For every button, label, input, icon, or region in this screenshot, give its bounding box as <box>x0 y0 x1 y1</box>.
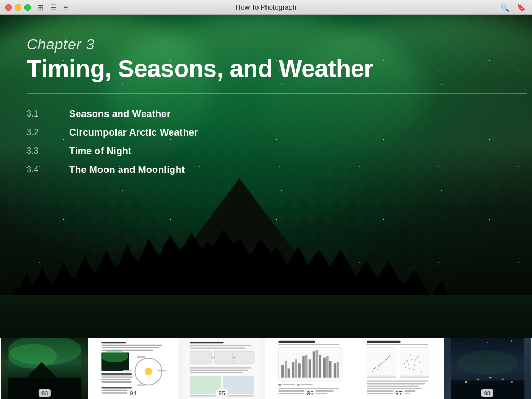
toc-item-2[interactable]: 3.2 Circumpolar Arctic Weather <box>27 127 505 138</box>
list-icon[interactable]: ☰ <box>50 3 57 12</box>
svg-rect-20 <box>102 379 131 380</box>
svg-rect-52 <box>305 355 308 378</box>
svg-rect-71 <box>367 341 401 343</box>
svg-rect-22 <box>102 387 132 388</box>
svg-point-82 <box>373 368 375 369</box>
svg-rect-31 <box>233 351 254 363</box>
svg-rect-66 <box>301 384 313 385</box>
svg-point-84 <box>381 363 382 364</box>
svg-rect-21 <box>102 381 132 383</box>
svg-rect-27 <box>190 345 251 346</box>
svg-rect-65 <box>297 384 300 385</box>
svg-rect-19 <box>102 376 134 377</box>
svg-rect-104 <box>400 376 429 377</box>
svg-rect-7 <box>102 345 163 346</box>
svg-rect-56 <box>319 355 321 378</box>
toc-title-4: The Moon and Moonlight <box>69 164 185 176</box>
svg-point-85 <box>384 361 385 362</box>
page-num-97: 97 <box>393 389 404 397</box>
toc-number-3: 3.3 <box>27 146 43 156</box>
svg-point-115 <box>499 345 500 345</box>
svg-point-95 <box>419 362 420 363</box>
svg-point-121 <box>502 378 503 380</box>
toc-title-2: Circumpolar Arctic Weather <box>69 127 198 138</box>
svg-rect-49 <box>295 359 297 378</box>
svg-point-81 <box>389 355 390 356</box>
thumbnail-96[interactable]: 96 <box>267 338 355 399</box>
svg-point-116 <box>511 340 512 342</box>
svg-rect-28 <box>190 347 245 348</box>
toc-item-3[interactable]: 3.3 Time of Night <box>27 146 505 157</box>
svg-point-78 <box>382 362 383 363</box>
page-num-95: 95 <box>216 389 228 397</box>
svg-point-76 <box>377 369 378 370</box>
toc-title-1: Seasons and Weather <box>69 109 171 120</box>
svg-rect-53 <box>309 359 311 378</box>
titlebar: ⊞ ☰ ≡ How To Photograph 🔍 🔖 <box>0 0 532 15</box>
svg-rect-58 <box>326 356 329 378</box>
svg-rect-17 <box>157 370 166 371</box>
svg-rect-109 <box>367 390 416 392</box>
toc-title-3: Time of Night <box>69 146 131 157</box>
svg-rect-26 <box>190 342 223 343</box>
toc-item-4[interactable]: 3.4 The Moon and Moonlight <box>27 164 505 176</box>
svg-rect-55 <box>315 350 318 378</box>
svg-point-2 <box>8 344 57 369</box>
thumbnail-98[interactable]: 98 <box>444 338 532 399</box>
bookmark-icon[interactable]: 🔖 <box>517 3 526 12</box>
thumbnail-93[interactable]: 93 <box>0 338 89 399</box>
svg-rect-69 <box>278 393 327 394</box>
main-content: Chapter 3 Timing, Seasons, and Weather 3… <box>0 15 532 399</box>
svg-point-89 <box>404 363 405 364</box>
svg-rect-50 <box>298 363 301 377</box>
page-num-96: 96 <box>304 389 316 397</box>
thumbnail-95[interactable]: 95 <box>178 338 267 399</box>
svg-point-74 <box>372 371 373 372</box>
svg-rect-16 <box>123 370 132 371</box>
svg-point-122 <box>511 381 512 383</box>
toc-number-1: 3.1 <box>27 109 43 119</box>
hero-section: Chapter 3 Timing, Seasons, and Weather 3… <box>0 15 532 338</box>
svg-point-96 <box>421 371 422 372</box>
svg-rect-9 <box>102 350 154 351</box>
svg-point-119 <box>477 378 479 380</box>
library-icon[interactable]: ⊞ <box>37 3 44 12</box>
svg-rect-54 <box>313 351 315 377</box>
svg-rect-73 <box>367 347 396 375</box>
svg-rect-45 <box>281 365 284 378</box>
window-title: How To Photograph <box>236 3 296 11</box>
search-icon[interactable]: 🔍 <box>500 3 509 12</box>
close-button[interactable] <box>5 4 12 11</box>
chapter-label: Chapter 3 <box>27 36 505 53</box>
svg-point-91 <box>409 368 410 369</box>
svg-rect-48 <box>292 362 295 378</box>
titlebar-left-icons: ⊞ ☰ ≡ <box>37 3 68 12</box>
svg-rect-38 <box>223 376 254 394</box>
svg-rect-8 <box>102 347 160 348</box>
svg-point-77 <box>380 364 381 365</box>
maximize-button[interactable] <box>24 4 31 11</box>
svg-rect-51 <box>302 356 305 378</box>
svg-rect-103 <box>367 376 396 377</box>
minimize-button[interactable] <box>15 4 21 11</box>
hero-text-content: Chapter 3 Timing, Seasons, and Weather 3… <box>0 15 532 176</box>
svg-point-94 <box>417 357 418 358</box>
svg-rect-47 <box>288 369 290 378</box>
svg-rect-57 <box>323 358 326 378</box>
svg-point-120 <box>489 377 491 378</box>
thumbnail-97[interactable]: 97 <box>355 338 443 399</box>
svg-rect-18 <box>102 373 132 375</box>
toc-icon[interactable]: ≡ <box>63 3 68 12</box>
titlebar-right-icons: 🔍 🔖 <box>500 3 526 12</box>
svg-point-101 <box>415 359 417 360</box>
thumbnail-94[interactable]: 94 <box>89 338 178 399</box>
traffic-lights <box>5 4 31 11</box>
svg-rect-88 <box>400 347 429 375</box>
toc-item-1[interactable]: 3.1 Seasons and Weather <box>27 109 505 120</box>
svg-point-86 <box>386 359 387 360</box>
svg-rect-42 <box>278 341 315 343</box>
svg-rect-105 <box>367 381 428 382</box>
svg-point-102 <box>418 355 419 356</box>
svg-point-93 <box>414 365 415 366</box>
svg-rect-35 <box>190 370 248 371</box>
